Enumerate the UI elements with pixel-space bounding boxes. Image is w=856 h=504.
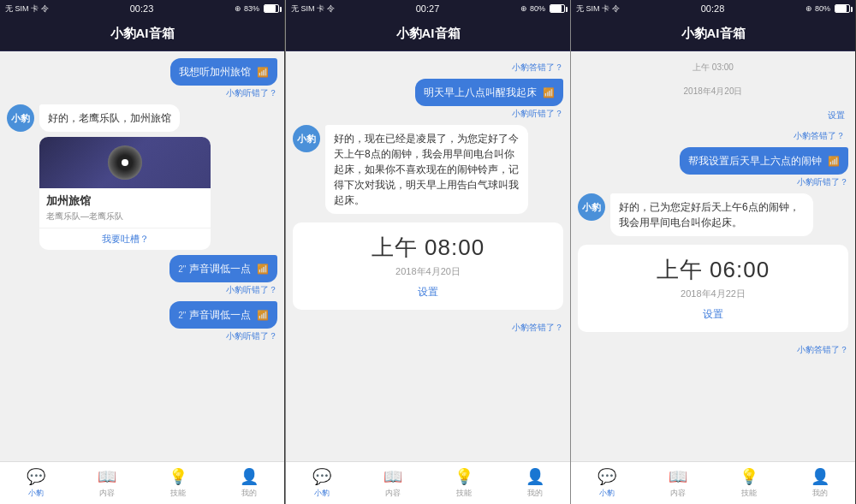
nav-item-xiaobao-2[interactable]: 💬 小豹	[286, 467, 357, 499]
time-header: 上午 03:00	[578, 62, 848, 74]
action-row: 设置	[578, 106, 848, 122]
chat-area-3[interactable]: 上午 03:00 2018年4月20日 设置 小豹答错了？ 帮我设置后天早上六点…	[571, 51, 855, 461]
feedback-label[interactable]: 小豹听错了？	[797, 176, 848, 188]
nav-label: 小豹	[599, 488, 615, 499]
nav-label: 技能	[456, 488, 472, 499]
feedback-row: 小豹答错了？	[578, 127, 848, 142]
chat-area-2[interactable]: 小豹答错了？ 明天早上八点叫醒我起床 📶 小豹听错了？ 小豹 好的，现在已经是凌…	[286, 51, 570, 461]
music-feedback[interactable]: 我要吐槽？	[39, 228, 211, 250]
msg-row: 2" 声音调低一点 📶 小豹听错了？	[7, 255, 277, 296]
bot-bubble: 好的，老鹰乐队，加州旅馆	[39, 104, 180, 132]
clock-date-2: 2018年4月22日	[588, 288, 838, 300]
music-banner	[39, 137, 211, 188]
phone-panel-2: 无 SIM 卡 令 00:27 ⊕ 80% 小豹AI音箱 小豹答错了？ 明天早上…	[285, 0, 571, 504]
date-header: 2018年4月20日	[578, 86, 848, 98]
bubble-wrap: 2" 声音调低一点 📶 小豹听错了？	[169, 255, 277, 296]
action-label[interactable]: 设置	[828, 110, 845, 120]
user-bubble: 明天早上八点叫醒我起床 📶	[415, 79, 563, 106]
page-title-3: 小豹AI音箱	[681, 26, 746, 42]
battery-percent-3: 80%	[815, 4, 830, 13]
nav-label: 技能	[170, 488, 186, 499]
user-bubble: 2" 声音调低一点 📶	[169, 301, 277, 329]
avatar: 小豹	[7, 104, 34, 132]
nav-item-xiaobao-3[interactable]: 💬 小豹	[571, 467, 642, 499]
signal-icon-1: ⊕	[235, 4, 241, 13]
feedback-label[interactable]: 小豹答错了？	[794, 131, 845, 140]
bar-icon: 📶	[257, 310, 269, 320]
sim-label-2: 无 SIM 卡	[291, 3, 324, 15]
phone-panel-3: 无 SIM 卡 令 00:28 ⊕ 80% 小豹AI音箱 上午 03:00 20…	[571, 0, 856, 504]
status-right-1: ⊕ 83%	[235, 4, 279, 13]
feedback-label[interactable]: 小豹答错了？	[797, 345, 848, 354]
user-bubble: 2" 声音调低一点 📶	[169, 255, 277, 282]
bottom-nav-3: 💬 小豹 📖 内容 💡 技能 👤 我的	[571, 461, 855, 504]
nav-label: 小豹	[314, 488, 330, 499]
clock-time: 上午 08:00	[303, 233, 553, 263]
clock-action[interactable]: 设置	[303, 285, 553, 299]
bottom-nav-1: 💬 小豹 📖 内容 💡 技能 👤 我的	[0, 461, 284, 504]
battery-percent-2: 80%	[530, 4, 545, 13]
nav-item-content-3[interactable]: 📖 内容	[642, 467, 713, 499]
status-left-3: 无 SIM 卡 令	[576, 3, 620, 15]
nav-label: 我的	[241, 488, 257, 499]
signal-icon-2: ⊕	[520, 4, 527, 13]
content-icon: 📖	[669, 467, 687, 486]
user-bubble: 帮我设置后天早上六点的闹钟 📶	[680, 147, 848, 175]
nav-item-mine-3[interactable]: 👤 我的	[784, 467, 855, 499]
msg-row: 我想听加州旅馆 📶 小豹听错了？	[7, 58, 277, 99]
msg-row: 帮我设置后天早上六点的闹钟 📶 小豹听错了？	[578, 147, 848, 188]
nav-item-skills-3[interactable]: 💡 技能	[713, 467, 784, 499]
page-title-1: 小豹AI音箱	[110, 26, 175, 42]
nav-bar-2: 小豹AI音箱	[286, 17, 570, 51]
music-card: 加州旅馆 老鹰乐队—老鹰乐队 我要吐槽？	[39, 137, 211, 250]
feedback-label[interactable]: 小豹答错了？	[512, 323, 563, 332]
music-info: 加州旅馆 老鹰乐队—老鹰乐队	[39, 188, 211, 228]
skills-icon: 💡	[455, 467, 473, 486]
vinyl-icon	[108, 145, 142, 180]
wifi-icon-2: 令	[327, 3, 335, 15]
nav-item-skills-2[interactable]: 💡 技能	[428, 467, 499, 499]
msg-row: 小豹 好的，老鹰乐队，加州旅馆	[7, 104, 277, 132]
feedback-row: 小豹答错了？	[293, 318, 563, 334]
status-right-2: ⊕ 80%	[520, 4, 565, 13]
bubble-wrap: 好的，现在已经是凌晨了，为您定好了今天上午8点的闹钟，我会用早间电台叫你起床，如…	[325, 125, 528, 214]
status-bar-2: 无 SIM 卡 令 00:27 ⊕ 80%	[286, 0, 570, 17]
msg-row: 2" 声音调低一点 📶 小豹听错了？	[7, 301, 277, 342]
bar-icon: 📶	[257, 264, 269, 274]
nav-item-skills-1[interactable]: 💡 技能	[142, 467, 213, 499]
feedback-label[interactable]: 小豹听错了？	[512, 108, 563, 120]
status-bar-3: 无 SIM 卡 令 00:28 ⊕ 80%	[571, 0, 855, 17]
chat-area-1[interactable]: 我想听加州旅馆 📶 小豹听错了？ 小豹 好的，老鹰乐队，加州旅馆 加州旅馆 老鹰…	[0, 51, 284, 461]
clock-card: 上午 08:00 2018年4月20日 设置	[293, 222, 563, 310]
xiaobao-icon: 💬	[27, 467, 45, 486]
feedback-label[interactable]: 小豹听错了？	[226, 330, 277, 342]
feedback-label[interactable]: 小豹听错了？	[226, 87, 277, 99]
nav-item-content-1[interactable]: 📖 内容	[71, 467, 142, 499]
nav-label: 我的	[527, 488, 543, 499]
nav-label: 内容	[670, 488, 686, 499]
clock-action-2[interactable]: 设置	[588, 307, 838, 322]
nav-item-mine-1[interactable]: 👤 我的	[213, 467, 284, 499]
bar-icon: 📶	[543, 87, 555, 98]
bubble-wrap: 明天早上八点叫醒我起床 📶 小豹听错了？	[415, 79, 563, 120]
clock-card-2: 上午 06:00 2018年4月22日 设置	[578, 245, 848, 332]
nav-bar-3: 小豹AI音箱	[571, 17, 855, 51]
xiaobao-icon: 💬	[597, 467, 616, 486]
nav-label: 内容	[385, 488, 401, 499]
feedback-label[interactable]: 小豹听错了？	[226, 284, 277, 296]
nav-label: 小豹	[28, 488, 44, 499]
nav-label: 我的	[812, 488, 828, 499]
bar-icon: 📶	[257, 67, 269, 77]
nav-item-content-2[interactable]: 📖 内容	[357, 467, 428, 499]
clock-date: 2018年4月20日	[303, 265, 553, 278]
music-title: 加州旅馆	[46, 193, 204, 209]
feedback-label[interactable]: 小豹答错了？	[512, 62, 563, 72]
nav-item-xiaobao-1[interactable]: 💬 小豹	[0, 467, 71, 499]
nav-bar-1: 小豹AI音箱	[0, 17, 284, 51]
xiaobao-icon: 💬	[312, 467, 331, 486]
content-icon: 📖	[98, 467, 116, 486]
wifi-icon-1: 令	[41, 3, 49, 15]
time-1: 00:23	[130, 3, 154, 14]
status-right-3: ⊕ 80%	[805, 4, 850, 13]
nav-item-mine-2[interactable]: 👤 我的	[499, 467, 570, 499]
